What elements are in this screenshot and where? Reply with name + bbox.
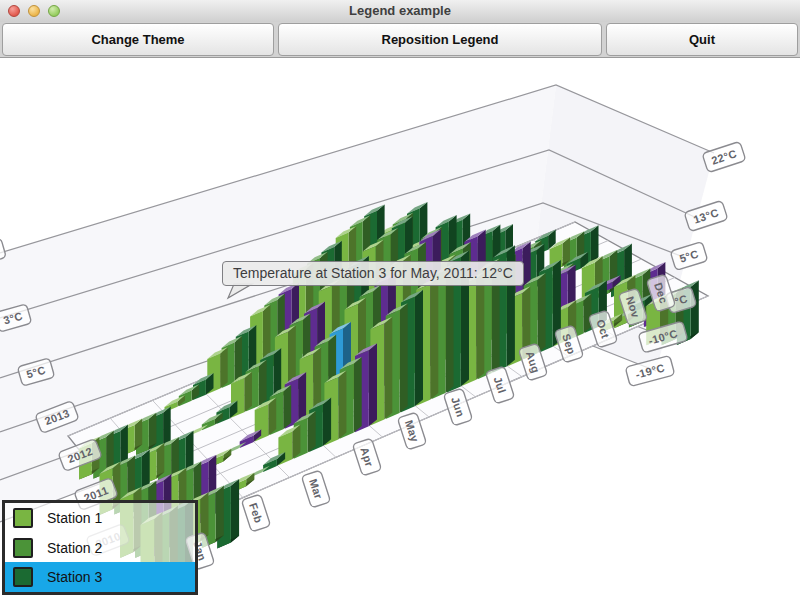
legend[interactable]: Station 1 Station 2 Station 3 [2, 500, 198, 595]
legend-swatch-station3 [13, 567, 33, 587]
legend-label-station1: Station 1 [47, 510, 102, 526]
app-window: 22°C13°C5°C°C-10°C-19°C3°C5°CJanFebMarAp… [0, 0, 800, 600]
legend-label-station2: Station 2 [47, 540, 102, 556]
reposition-legend-button[interactable]: Reposition Legend [278, 23, 602, 56]
legend-item-station3[interactable]: Station 3 [5, 562, 195, 592]
zoom-button-icon[interactable] [48, 5, 60, 17]
titlebar: Legend example [0, 0, 800, 23]
legend-item-station1[interactable]: Station 1 [5, 503, 195, 533]
change-theme-button[interactable]: Change Theme [2, 23, 274, 56]
legend-item-station2[interactable]: Station 2 [5, 533, 195, 563]
window-title: Legend example [0, 0, 800, 22]
legend-label-station3: Station 3 [47, 569, 102, 585]
toolbar: Change Theme Reposition Legend Quit [0, 22, 800, 58]
minimize-button-icon[interactable] [28, 5, 40, 17]
legend-swatch-station2 [13, 538, 33, 558]
legend-swatch-station1 [13, 508, 33, 528]
quit-button[interactable]: Quit [606, 23, 798, 56]
close-button-icon[interactable] [8, 5, 20, 17]
selection-tooltip: Temperature at Station 3 for May, 2011: … [222, 261, 524, 286]
